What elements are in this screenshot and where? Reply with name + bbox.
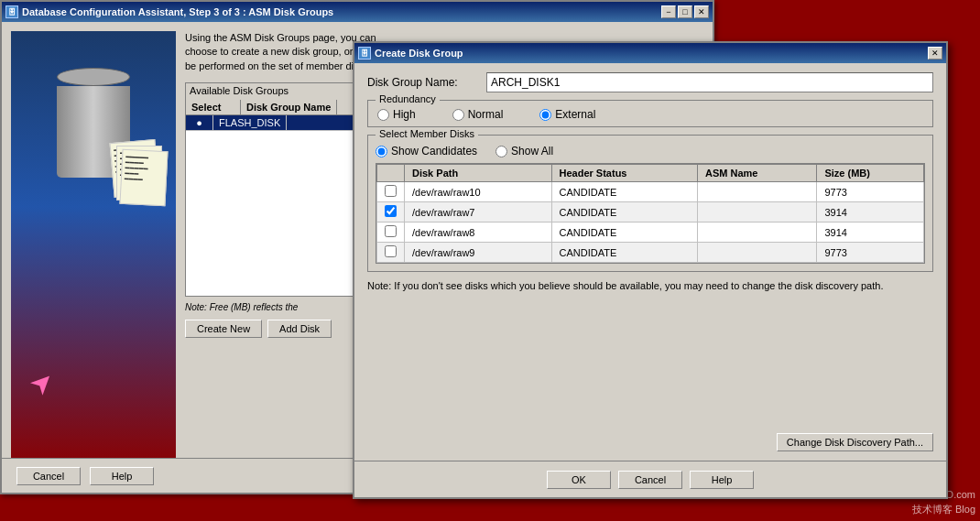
close-button[interactable]: ✕ xyxy=(694,5,709,18)
create-new-button[interactable]: Create New xyxy=(185,320,262,338)
col-select: Select xyxy=(186,100,241,114)
minimize-button[interactable]: − xyxy=(661,5,676,18)
show-all-option[interactable]: Show All xyxy=(495,145,553,157)
redundancy-external-radio[interactable] xyxy=(539,109,551,121)
table-row[interactable]: /dev/raw/raw7 CANDIDATE 3914 xyxy=(377,202,924,223)
bg-window-title: Database Configuration Assistant, Step 3… xyxy=(22,6,333,17)
row-size-1: 3914 xyxy=(817,202,924,223)
checkbox-2[interactable] xyxy=(385,225,397,237)
paper-3: ▬▬▬▬▬▬▬▬▬▬▬▬▬▬▬▬▬▬▬▬▬ xyxy=(119,149,168,207)
row-status-3: CANDIDATE xyxy=(551,243,697,263)
show-all-label: Show All xyxy=(511,145,553,157)
disk-table: Disk Path Header Status ASM Name Size (M… xyxy=(376,164,924,263)
col-asm-name: ASM Name xyxy=(697,165,817,182)
change-disk-discovery-path-button[interactable]: Change Disk Discovery Path... xyxy=(777,433,933,451)
bg-cancel-button[interactable]: Cancel xyxy=(16,467,81,485)
redundancy-high[interactable]: High xyxy=(377,108,416,121)
show-radio-row: Show Candidates Show All xyxy=(376,141,925,157)
row-asmname-1 xyxy=(697,202,817,223)
disk-table-container: Disk Path Header Status ASM Name Size (M… xyxy=(376,163,925,264)
modal-close-button[interactable]: ✕ xyxy=(928,47,942,60)
checkbox-3[interactable] xyxy=(385,245,397,257)
arrow-icon: ➤ xyxy=(22,353,74,406)
redundancy-high-radio[interactable] xyxy=(377,109,389,121)
row-size-3: 9773 xyxy=(817,243,924,263)
col-checkbox xyxy=(377,165,405,182)
watermark-line2: 技术博客 Blog xyxy=(912,503,975,516)
create-disk-group-modal: 🗄 Create Disk Group ✕ Disk Group Name: R… xyxy=(353,41,948,499)
col-size-mb: Size (MB) xyxy=(817,165,924,182)
row-path-3: /dev/raw/raw9 xyxy=(405,243,552,263)
add-disk-button[interactable]: Add Disk xyxy=(267,320,332,338)
row-checkbox-1[interactable] xyxy=(377,202,405,223)
redundancy-external[interactable]: External xyxy=(539,108,595,121)
show-all-radio[interactable] xyxy=(495,146,507,157)
modal-note-text: Note: If you don't see disks which you b… xyxy=(367,280,883,291)
redundancy-normal-label: Normal xyxy=(468,108,504,121)
modal-footer: OK Cancel Help xyxy=(354,461,946,497)
row-asmname-3 xyxy=(697,243,817,263)
redundancy-section: Redundancy High Normal External xyxy=(367,100,933,127)
row-checkbox-3[interactable] xyxy=(377,243,405,263)
disk-group-name-input[interactable] xyxy=(486,72,933,92)
row-asmname-2 xyxy=(697,223,817,243)
disk-group-name-label: Disk Group Name: xyxy=(367,76,486,89)
modal-icon: 🗄 xyxy=(358,47,371,60)
show-candidates-radio[interactable] xyxy=(376,146,387,157)
papers-image: ▬▬▬▬▬▬▬▬▬▬▬▬▬▬▬▬▬▬▬▬▬ ▬▬▬▬▬▬▬▬▬▬▬▬▬▬▬▬▬▬… xyxy=(112,141,167,214)
row-checkbox-2[interactable] xyxy=(377,223,405,243)
modal-cancel-button[interactable]: Cancel xyxy=(618,471,682,489)
checkbox-1[interactable] xyxy=(385,205,397,217)
show-candidates-label: Show Candidates xyxy=(391,145,477,157)
col-disk-path: Disk Path xyxy=(405,165,552,182)
row-path-2: /dev/raw/raw8 xyxy=(405,223,552,243)
row-path-0: /dev/raw/raw10 xyxy=(405,182,552,202)
show-candidates-option[interactable]: Show Candidates xyxy=(376,145,477,157)
redundancy-external-label: External xyxy=(555,108,595,121)
left-panel: ➤ ▬▬▬▬▬▬▬▬▬▬▬▬▬▬▬▬▬▬▬▬▬ ▬▬▬▬▬▬▬▬▬▬▬▬▬▬▬▬… xyxy=(11,31,176,471)
redundancy-legend: Redundancy xyxy=(376,93,440,104)
col-header-status: Header Status xyxy=(551,165,697,182)
maximize-button[interactable]: □ xyxy=(678,5,692,18)
member-disks-legend: Select Member Disks xyxy=(376,128,478,139)
col-disk-group-name: Disk Group Name xyxy=(241,100,337,114)
bg-titlebar: 🗄 Database Configuration Assistant, Step… xyxy=(2,2,713,22)
row-status-0: CANDIDATE xyxy=(551,182,697,202)
redundancy-radio-group: High Normal External xyxy=(377,104,923,121)
member-disks-section: Select Member Disks Show Candidates Show… xyxy=(367,135,933,272)
row-asmname-0 xyxy=(697,182,817,202)
row-checkbox-0[interactable] xyxy=(377,182,405,202)
modal-ok-button[interactable]: OK xyxy=(547,471,611,489)
redundancy-normal[interactable]: Normal xyxy=(452,108,504,121)
row-radio[interactable]: ● xyxy=(186,115,213,130)
disk-group-name-row: Disk Group Name: xyxy=(367,72,933,92)
modal-help-button[interactable]: Help xyxy=(690,471,754,489)
redundancy-high-label: High xyxy=(393,108,416,121)
row-size-2: 3914 xyxy=(817,223,924,243)
table-row[interactable]: /dev/raw/raw9 CANDIDATE 9773 xyxy=(377,243,924,263)
table-row[interactable]: /dev/raw/raw8 CANDIDATE 3914 xyxy=(377,223,924,243)
modal-title: Create Disk Group xyxy=(375,48,463,59)
modal-titlebar: 🗄 Create Disk Group ✕ xyxy=(354,43,946,63)
table-row[interactable]: /dev/raw/raw10 CANDIDATE 9773 xyxy=(377,182,924,202)
modal-body: Disk Group Name: Redundancy High Normal … xyxy=(354,63,946,309)
row-size-0: 9773 xyxy=(817,182,924,202)
row-status-1: CANDIDATE xyxy=(551,202,697,223)
row-path-1: /dev/raw/raw7 xyxy=(405,202,552,223)
bg-title-left: 🗄 Database Configuration Assistant, Step… xyxy=(5,5,333,18)
bg-help-button[interactable]: Help xyxy=(90,467,154,485)
db-config-icon: 🗄 xyxy=(5,5,18,18)
redundancy-normal-radio[interactable] xyxy=(452,109,464,121)
bg-window-controls[interactable]: − □ ✕ xyxy=(661,5,709,18)
row-status-2: CANDIDATE xyxy=(551,223,697,243)
checkbox-0[interactable] xyxy=(385,185,397,197)
row-disk-name: FLASH_DISK xyxy=(213,115,287,130)
modal-title-left: 🗄 Create Disk Group xyxy=(358,47,463,60)
modal-note-section: Note: If you don't see disks which you b… xyxy=(367,279,933,293)
modal-window-controls[interactable]: ✕ xyxy=(928,47,942,60)
cylinder-top xyxy=(57,68,130,86)
